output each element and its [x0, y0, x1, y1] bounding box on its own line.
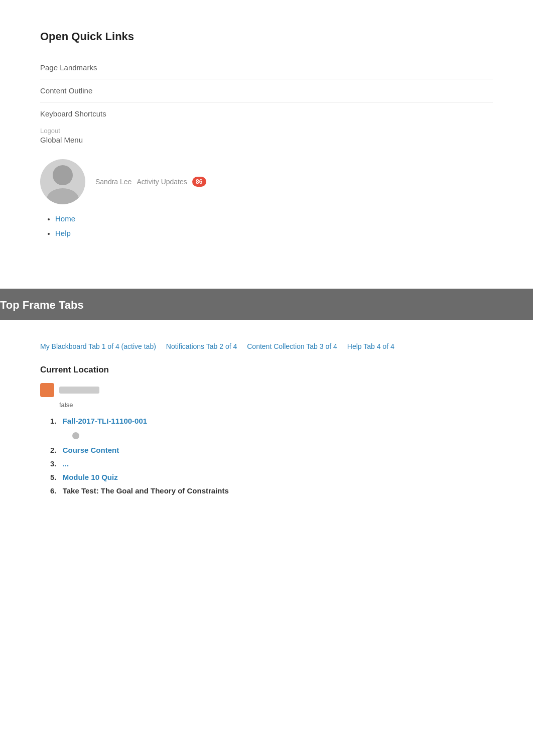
logout-label[interactable]: Logout	[40, 127, 493, 135]
breadcrumb-3-link[interactable]: ...	[63, 459, 69, 468]
tabs-row: My Blackboard Tab 1 of 4 (active tab) No…	[40, 335, 493, 355]
content-outline-link[interactable]: Content Outline	[40, 81, 493, 100]
activity-count-badge[interactable]: 86	[192, 177, 206, 187]
global-menu-label: Global Menu	[40, 136, 493, 144]
avatar-icon	[40, 159, 85, 204]
nav-item-help: Help	[55, 229, 493, 237]
breadcrumb-6-text: Take Test: The Goal and Theory of Constr…	[63, 486, 229, 495]
breadcrumb-3: 3. ...	[50, 459, 493, 468]
small-circle-icon	[72, 432, 79, 439]
page-container: Open Quick Links Page Landmarks Content …	[0, 0, 533, 274]
breadcrumb-6: 6. Take Test: The Goal and Theory of Con…	[50, 486, 493, 495]
page-landmarks-link[interactable]: Page Landmarks	[40, 58, 493, 77]
breadcrumb-5-link[interactable]: Module 10 Quiz	[63, 473, 118, 481]
quick-links-section: Open Quick Links Page Landmarks Content …	[40, 30, 493, 144]
location-blurred	[59, 387, 99, 394]
svg-point-1	[47, 188, 79, 204]
divider2	[40, 102, 493, 102]
false-label: false	[59, 401, 493, 409]
tab-1[interactable]: My Blackboard Tab 1 of 4 (active tab)	[40, 342, 166, 352]
tab-2[interactable]: Notifications Tab 2 of 4	[166, 342, 247, 352]
current-location-section: Current Location false 1. Fall-2017-TLI-…	[40, 365, 493, 495]
tab-4[interactable]: Help Tab 4 of 4	[347, 342, 428, 352]
tabs-and-content: My Blackboard Tab 1 of 4 (active tab) No…	[0, 335, 533, 495]
breadcrumb-1-circle	[62, 430, 493, 441]
breadcrumb-1: 1. Fall-2017-TLI-11100-001	[50, 417, 493, 425]
nav-list: Home Help	[40, 214, 493, 237]
user-info-area: Sandra Lee Activity Updates 86	[95, 177, 206, 187]
location-icon	[40, 383, 54, 397]
top-frame-section: Top Frame Tabs	[0, 289, 533, 320]
breadcrumb-2: 2. Course Content	[50, 446, 493, 454]
current-location-title: Current Location	[40, 365, 493, 375]
avatar	[40, 159, 85, 204]
nav-item-home: Home	[55, 214, 493, 223]
quick-links-title: Open Quick Links	[40, 30, 493, 43]
help-link[interactable]: Help	[55, 229, 71, 237]
tab-3[interactable]: Content Collection Tab 3 of 4	[247, 342, 347, 352]
user-profile-area: Sandra Lee Activity Updates 86	[40, 159, 493, 204]
breadcrumb-2-link[interactable]: Course Content	[63, 446, 119, 454]
svg-point-0	[53, 165, 73, 185]
breadcrumb-1-link[interactable]: Fall-2017-TLI-11100-001	[63, 417, 147, 425]
keyboard-shortcuts-link[interactable]: Keyboard Shortcuts	[40, 104, 493, 123]
breadcrumb-list: 1. Fall-2017-TLI-11100-001 2. Course Con…	[40, 417, 493, 495]
divider1	[40, 79, 493, 79]
top-frame-title: Top Frame Tabs	[0, 299, 533, 320]
breadcrumb-5: 5. Module 10 Quiz	[50, 473, 493, 481]
home-link[interactable]: Home	[55, 214, 75, 223]
activity-updates-label: Activity Updates	[137, 178, 187, 186]
user-name: Sandra Lee	[95, 178, 131, 186]
location-header	[40, 383, 493, 397]
